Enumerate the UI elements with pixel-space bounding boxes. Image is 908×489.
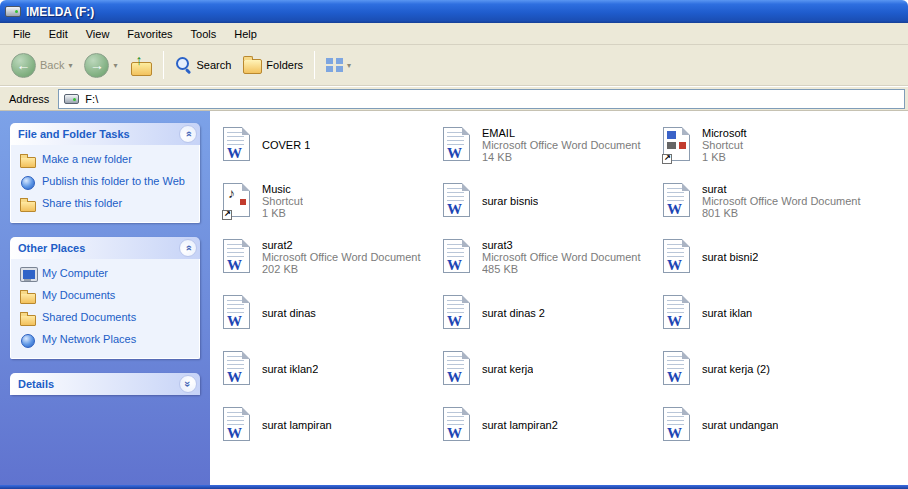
file-name: COVER 1 bbox=[262, 139, 310, 151]
my-computer-icon bbox=[20, 267, 36, 282]
document-glyph bbox=[447, 425, 462, 442]
search-button[interactable]: Search bbox=[170, 53, 237, 77]
collapse-chevron-icon[interactable]: » bbox=[179, 239, 197, 257]
file-tile[interactable]: surat iklan2 bbox=[218, 341, 438, 397]
menu-item[interactable]: Edit bbox=[40, 25, 77, 43]
menu-item[interactable]: View bbox=[77, 25, 119, 43]
file-tile[interactable]: surat iklan bbox=[658, 285, 878, 341]
file-tile[interactable]: surat dinas bbox=[218, 285, 438, 341]
my-documents-icon bbox=[20, 289, 36, 304]
file-tile[interactable]: surat undangan bbox=[658, 397, 878, 453]
file-tile[interactable]: surat Microsoft Office Word Document 801… bbox=[658, 173, 878, 229]
place-label: My Computer bbox=[42, 267, 108, 280]
document-glyph bbox=[227, 145, 242, 162]
panel-header-other-places[interactable]: Other Places » bbox=[10, 237, 200, 259]
file-tile[interactable]: surat dinas 2 bbox=[438, 285, 658, 341]
publish-web-icon bbox=[20, 175, 36, 190]
file-name: surat lampiran bbox=[262, 419, 332, 431]
menu-item[interactable]: Favorites bbox=[118, 25, 181, 43]
panel-details: Details » bbox=[10, 373, 200, 395]
menu-item[interactable]: Tools bbox=[182, 25, 226, 43]
file-list-area: COVER 1 EMAIL bbox=[210, 111, 908, 485]
toolbar-separator bbox=[163, 51, 164, 79]
panel-header-details[interactable]: Details » bbox=[10, 373, 200, 395]
place-link[interactable]: My Network Places bbox=[20, 333, 193, 348]
file-name: surat iklan bbox=[702, 307, 752, 319]
views-button[interactable]: ▾ bbox=[321, 55, 356, 76]
file-name: surat3 bbox=[482, 239, 641, 251]
word-icon bbox=[220, 404, 256, 446]
file-size: 801 KB bbox=[702, 207, 861, 219]
forward-arrow-icon: → bbox=[84, 53, 109, 78]
document-glyph bbox=[227, 425, 242, 442]
place-label: My Documents bbox=[42, 289, 115, 302]
address-bar: Address F:\ bbox=[0, 86, 908, 111]
file-tile[interactable]: Music Shortcut 1 KB bbox=[218, 173, 438, 229]
file-tile[interactable]: surat3 Microsoft Office Word Document 48… bbox=[438, 229, 658, 285]
file-type: Microsoft Office Word Document bbox=[262, 251, 421, 263]
file-size: 1 KB bbox=[702, 151, 747, 163]
window-bottom-border bbox=[0, 485, 908, 489]
file-name: surat undangan bbox=[702, 419, 778, 431]
title-bar[interactable]: IMELDA (F:) bbox=[0, 0, 908, 23]
forward-button[interactable]: → ▾ bbox=[79, 50, 122, 81]
folders-label: Folders bbox=[266, 59, 303, 71]
file-type: Microsoft Office Word Document bbox=[482, 139, 641, 151]
collapse-chevron-icon[interactable]: » bbox=[179, 125, 197, 143]
panel-header-file-and-folder-tasks[interactable]: File and Folder Tasks » bbox=[10, 123, 200, 145]
back-dropdown-icon[interactable]: ▾ bbox=[68, 61, 72, 70]
views-dropdown-icon[interactable]: ▾ bbox=[347, 61, 351, 70]
place-label: My Network Places bbox=[42, 333, 136, 346]
file-tile[interactable]: surat lampiran bbox=[218, 397, 438, 453]
up-button[interactable] bbox=[125, 52, 157, 78]
menu-item[interactable]: Help bbox=[225, 25, 266, 43]
folders-icon bbox=[243, 59, 262, 74]
word-icon bbox=[660, 292, 696, 334]
expand-chevron-icon[interactable]: » bbox=[179, 375, 197, 393]
document-glyph bbox=[667, 131, 686, 151]
file-tile[interactable]: surar bisnis bbox=[438, 173, 658, 229]
file-tile[interactable]: COVER 1 bbox=[218, 117, 438, 173]
menu-item[interactable]: File bbox=[4, 25, 40, 43]
menu-bar: File Edit View Favorites Tools Help bbox=[0, 23, 908, 45]
file-tile[interactable]: surat bisni2 bbox=[658, 229, 878, 285]
document-glyph bbox=[667, 369, 682, 386]
file-name: surat kerja (2) bbox=[702, 363, 770, 375]
document-glyph bbox=[667, 313, 682, 330]
task-label: Share this folder bbox=[42, 197, 122, 210]
file-name: surat lampiran2 bbox=[482, 419, 558, 431]
word-icon bbox=[220, 348, 256, 390]
file-tile[interactable]: surat kerja (2) bbox=[658, 341, 878, 397]
file-type: Shortcut bbox=[262, 195, 303, 207]
place-link[interactable]: Shared Documents bbox=[20, 311, 193, 326]
document-glyph bbox=[447, 257, 462, 274]
task-link[interactable]: Share this folder bbox=[20, 197, 193, 212]
task-link[interactable]: Publish this folder to the Web bbox=[20, 175, 193, 190]
file-size: 14 KB bbox=[482, 151, 641, 163]
file-tile[interactable]: surat lampiran2 bbox=[438, 397, 658, 453]
toolbar-separator bbox=[314, 51, 315, 79]
forward-dropdown-icon[interactable]: ▾ bbox=[113, 61, 117, 70]
document-glyph bbox=[667, 425, 682, 442]
address-field[interactable]: F:\ bbox=[58, 89, 905, 109]
file-tile[interactable]: EMAIL Microsoft Office Word Document 14 … bbox=[438, 117, 658, 173]
place-link[interactable]: My Documents bbox=[20, 289, 193, 304]
word-icon bbox=[220, 236, 256, 278]
task-label: Publish this folder to the Web bbox=[42, 175, 185, 188]
back-button[interactable]: ← Back ▾ bbox=[6, 50, 77, 81]
word-icon bbox=[660, 348, 696, 390]
task-label: Make a new folder bbox=[42, 153, 132, 166]
folders-button[interactable]: Folders bbox=[238, 54, 308, 77]
task-link[interactable]: Make a new folder bbox=[20, 153, 193, 168]
file-name: surat iklan2 bbox=[262, 363, 318, 375]
file-name: Music bbox=[262, 183, 303, 195]
file-tile[interactable]: surat2 Microsoft Office Word Document 20… bbox=[218, 229, 438, 285]
file-name: surat bisni2 bbox=[702, 251, 758, 263]
address-label: Address bbox=[0, 93, 58, 105]
file-tile[interactable]: surat kerja bbox=[438, 341, 658, 397]
file-tile[interactable]: Microsoft Shortcut 1 KB bbox=[658, 117, 878, 173]
network-places-icon bbox=[20, 333, 36, 348]
word-icon bbox=[440, 124, 476, 166]
place-link[interactable]: My Computer bbox=[20, 267, 193, 282]
document-glyph bbox=[667, 257, 682, 274]
